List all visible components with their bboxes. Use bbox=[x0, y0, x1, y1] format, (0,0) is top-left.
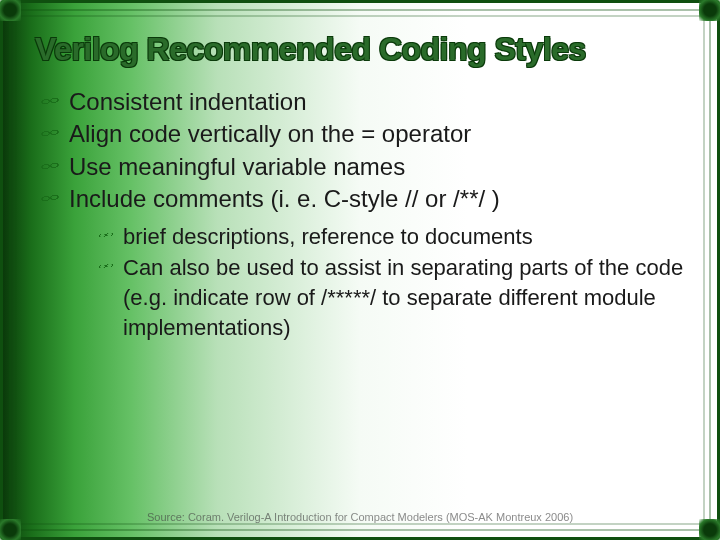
bullet-item: Include comments (i. e. C-style // or /*… bbox=[39, 183, 685, 342]
bullet-item: Consistent indentation bbox=[39, 86, 685, 118]
corner-decoration bbox=[699, 0, 720, 21]
bullet-text: Align code vertically on the = operator bbox=[69, 120, 471, 147]
bullet-text: Consistent indentation bbox=[69, 88, 307, 115]
bullet-text: Use meaningful variable names bbox=[69, 153, 405, 180]
slide: Verilog Recommended Coding Styles Consis… bbox=[0, 0, 720, 540]
sub-bullet-text: Can also be used to assist in separating… bbox=[123, 255, 683, 339]
corner-decoration bbox=[0, 0, 21, 21]
sub-bullet-item: brief descriptions, reference to documen… bbox=[97, 222, 685, 252]
bullet-item: Use meaningful variable names bbox=[39, 151, 685, 183]
bullet-item: Align code vertically on the = operator bbox=[39, 118, 685, 150]
sub-bullet-item: Can also be used to assist in separating… bbox=[97, 253, 685, 342]
slide-title: Verilog Recommended Coding Styles bbox=[35, 31, 685, 68]
sub-bullet-list: brief descriptions, reference to documen… bbox=[97, 222, 685, 343]
corner-decoration bbox=[0, 519, 21, 540]
sub-bullet-text: brief descriptions, reference to documen… bbox=[123, 224, 533, 249]
footer-citation: Source: Coram. Verilog-A Introduction fo… bbox=[3, 511, 717, 523]
bullet-list: Consistent indentation Align code vertic… bbox=[39, 86, 685, 342]
bullet-text: Include comments (i. e. C-style // or /*… bbox=[69, 185, 500, 212]
slide-content: Verilog Recommended Coding Styles Consis… bbox=[35, 31, 685, 507]
corner-decoration bbox=[699, 519, 720, 540]
